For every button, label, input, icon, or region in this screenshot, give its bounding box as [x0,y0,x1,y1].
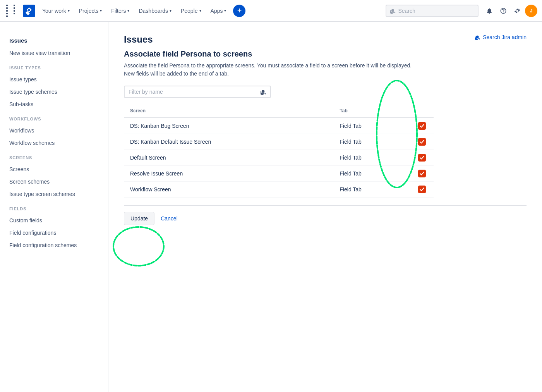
cell-screen: Resolve Issue Screen [124,166,333,182]
search-admin-icon [475,34,480,40]
topnav-icons: J [483,5,537,17]
notifications-button[interactable] [483,5,496,17]
sidebar-section-screens: SCREENS [0,149,108,163]
nav-your-work[interactable]: Your work ▾ [38,5,74,16]
checkbox-checked[interactable] [418,122,426,130]
cell-screen: Default Screen [124,150,333,166]
settings-button[interactable] [511,5,523,17]
help-button[interactable] [497,5,509,17]
cell-check[interactable] [410,118,434,134]
cell-tab: Field Tab [333,134,410,150]
page-header: Issues Search Jira admin [124,34,527,45]
cell-check[interactable] [410,150,434,166]
sidebar-item-issue-types[interactable]: Issue types [0,73,108,86]
chevron-down-icon: ▾ [127,9,129,13]
sidebar-item-field-configuration-schemes[interactable]: Field configuration schemes [0,239,108,251]
checkbox-checked[interactable] [418,186,426,193]
cell-check[interactable] [410,134,434,150]
col-tab-header: Tab [333,104,410,118]
cell-tab: Field Tab [333,166,410,182]
table-row: DS: Kanban Bug ScreenField Tab [124,118,434,134]
sidebar-item-new-issue-view[interactable]: New issue view transition [0,47,108,59]
topnav: Your work ▾ Projects ▾ Filters ▾ Dashboa… [0,0,542,22]
sidebar-section-issue-types: ISSUE TYPES [0,59,108,73]
table-row: Default ScreenField Tab [124,150,434,166]
sidebar-item-field-configurations[interactable]: Field configurations [0,227,108,239]
col-screen-header: Screen [124,104,333,118]
cell-screen: Workflow Screen [124,182,333,198]
nav-projects[interactable]: Projects ▾ [75,5,106,16]
cell-check[interactable] [410,166,434,182]
cancel-button[interactable]: Cancel [159,212,179,225]
cell-tab: Field Tab [333,118,410,134]
sidebar-item-workflow-schemes[interactable]: Workflow schemes [0,137,108,149]
chevron-down-icon: ▾ [224,9,226,13]
chevron-down-icon: ▾ [68,9,70,13]
nav-apps[interactable]: Apps ▾ [207,5,230,16]
sidebar-item-custom-fields[interactable]: Custom fields [0,214,108,227]
sidebar-section-workflows: WORKFLOWS [0,110,108,124]
filter-search-icon [261,89,266,95]
chevron-down-icon: ▾ [100,9,102,13]
nav-filters[interactable]: Filters ▾ [107,5,133,16]
filter-input-wrap[interactable] [124,86,271,98]
search-input[interactable] [398,8,474,14]
update-button[interactable]: Update [124,212,154,225]
checkmark-icon [419,187,425,192]
search-box[interactable] [386,5,479,17]
cell-tab: Field Tab [333,150,410,166]
sidebar-item-workflows[interactable]: Workflows [0,124,108,137]
chevron-down-icon: ▾ [170,9,172,13]
description: Associate the field Persona to the appro… [124,62,418,78]
main-content: Issues Search Jira admin Associate field… [108,22,542,392]
cell-screen: DS: Kanban Bug Screen [124,118,333,134]
table-head: Screen Tab [124,104,434,118]
checkbox-checked[interactable] [418,138,426,146]
checkmark-icon [419,155,425,160]
nav-people[interactable]: People ▾ [177,5,205,16]
sidebar-issues-title: Issues [0,31,108,47]
create-button[interactable]: + [233,5,245,17]
sidebar-item-issue-type-schemes[interactable]: Issue type schemes [0,86,108,98]
search-icon [390,8,396,14]
cell-check[interactable] [410,182,434,198]
page-title: Issues [124,34,153,45]
section-title: Associate field Persona to screens [124,50,527,58]
checkbox-checked[interactable] [418,154,426,162]
table-row: DS: Kanban Default Issue ScreenField Tab [124,134,434,150]
chevron-down-icon: ▾ [199,9,201,13]
filter-row [124,86,527,98]
app-grid-icon[interactable] [5,3,21,19]
jira-logo[interactable] [23,5,35,17]
avatar[interactable]: J [525,5,537,17]
action-row: Update Cancel [124,205,527,225]
checkmark-icon [419,171,425,176]
layout: Issues New issue view transition ISSUE T… [0,22,542,392]
table-row: Resolve Issue ScreenField Tab [124,166,434,182]
checkmark-icon [419,123,425,129]
table-body: DS: Kanban Bug ScreenField Tab DS: Kanba… [124,118,434,198]
sidebar-item-issue-type-screen-schemes[interactable]: Issue type screen schemes [0,188,108,200]
nav-dashboards[interactable]: Dashboards ▾ [135,5,175,16]
col-check-header [410,104,434,118]
screens-table: Screen Tab DS: Kanban Bug ScreenField Ta… [124,104,434,198]
sidebar-item-sub-tasks[interactable]: Sub-tasks [0,98,108,110]
cell-tab: Field Tab [333,182,410,198]
checkbox-checked[interactable] [418,170,426,177]
sidebar-item-screen-schemes[interactable]: Screen schemes [0,175,108,188]
table-row: Workflow ScreenField Tab [124,182,434,198]
checkmark-icon [419,139,425,144]
cell-screen: DS: Kanban Default Issue Screen [124,134,333,150]
search-jira-admin-link[interactable]: Search Jira admin [475,34,527,40]
filter-input[interactable] [129,89,257,95]
sidebar: Issues New issue view transition ISSUE T… [0,22,108,392]
sidebar-item-screens[interactable]: Screens [0,163,108,175]
sidebar-section-fields: FIELDS [0,200,108,214]
